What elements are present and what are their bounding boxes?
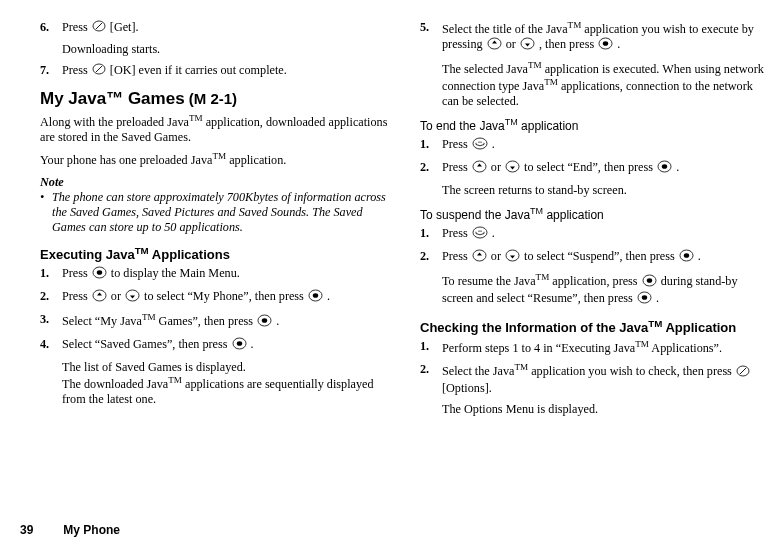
right-column: 5. Select the title of the JavaTM applic… xyxy=(420,20,770,423)
step-number: 1. xyxy=(420,137,442,154)
exec-step-5: 5. Select the title of the JavaTM applic… xyxy=(420,20,770,54)
center-key-icon xyxy=(637,291,652,308)
page-number: 39 xyxy=(20,523,60,537)
trademark: TM xyxy=(568,20,582,30)
suspend-step-1: 1. Press . xyxy=(420,226,770,243)
step-text: [OK] even if it carries out complete. xyxy=(110,63,287,77)
footer-section: My Phone xyxy=(63,523,120,537)
trademark: TM xyxy=(142,312,156,322)
svg-point-18 xyxy=(473,138,487,149)
svg-point-27 xyxy=(684,253,689,258)
svg-point-9 xyxy=(313,293,318,298)
svg-line-33 xyxy=(740,368,746,374)
step-number: 5. xyxy=(420,20,442,54)
trademark: TM xyxy=(648,318,662,329)
left-column: 6. Press [Get]. Downloading starts. 7. P… xyxy=(40,20,390,413)
step-number: 6. xyxy=(40,20,62,36)
trademark: TM xyxy=(536,272,550,282)
end-key-icon xyxy=(472,137,488,154)
step-subtext: To resume the JavaTM application, press … xyxy=(442,272,770,308)
up-key-icon xyxy=(487,37,502,54)
down-key-icon xyxy=(125,289,140,306)
center-key-icon xyxy=(308,289,323,306)
check-step-2: 2. Select the JavaTM application you wis… xyxy=(420,362,770,395)
note-heading: Note xyxy=(40,175,390,190)
trademark: TM xyxy=(135,245,149,256)
center-key-icon xyxy=(232,337,247,354)
softkey-right-icon xyxy=(92,63,106,79)
softkey-right-icon xyxy=(736,365,750,381)
intro-paragraph: Your phone has one preloaded JavaTM appl… xyxy=(40,151,390,168)
step-text: Press xyxy=(62,20,91,34)
subsection-title: To end the JavaTM application xyxy=(420,117,770,133)
svg-point-22 xyxy=(662,164,667,169)
step-number: 7. xyxy=(40,63,62,79)
end-key-icon xyxy=(472,226,488,243)
step-number: 1. xyxy=(420,226,442,243)
exec-step-2: 2. Press or to select “My Phone”, then p… xyxy=(40,289,390,306)
subsection-title: Executing JavaTM Applications xyxy=(40,245,390,262)
up-key-icon xyxy=(472,249,487,266)
trademark: ™ xyxy=(106,89,123,108)
step-text: Press xyxy=(62,63,91,77)
svg-point-17 xyxy=(603,41,608,46)
trademark: TM xyxy=(528,60,542,70)
exec-step-1: 1. Press to display the Main Menu. xyxy=(40,266,390,283)
end-step-2: 2. Press or to select “End”, then press … xyxy=(420,160,770,177)
section-title: My Java™ Games (M 2-1) xyxy=(40,89,390,109)
svg-point-31 xyxy=(642,295,647,300)
svg-point-13 xyxy=(236,341,241,346)
intro-paragraph: Along with the preloaded JavaTM applicat… xyxy=(40,113,390,145)
step-number: 2. xyxy=(420,362,442,395)
step-subtext: The screen returns to stand-by screen. xyxy=(442,183,770,198)
trademark: TM xyxy=(189,113,203,123)
trademark: TM xyxy=(212,151,226,161)
step-number: 2. xyxy=(40,289,62,306)
trademark: TM xyxy=(505,117,518,127)
step-number: 2. xyxy=(420,249,442,266)
trademark: TM xyxy=(168,375,182,385)
center-key-icon xyxy=(657,160,672,177)
check-step-1: 1. Perform steps 1 to 4 in “Executing Ja… xyxy=(420,339,770,356)
svg-line-1 xyxy=(96,23,102,29)
exec-step-4: 4. Select “Saved Games”, then press . xyxy=(40,337,390,354)
up-key-icon xyxy=(472,160,487,177)
softkey-right-icon xyxy=(92,20,106,36)
step-number: 3. xyxy=(40,312,62,331)
center-key-icon xyxy=(679,249,694,266)
note-body: • The phone can store approximately 700K… xyxy=(40,190,390,235)
svg-point-23 xyxy=(473,227,487,238)
trademark: TM xyxy=(635,339,649,349)
step-number: 2. xyxy=(420,160,442,177)
center-key-icon xyxy=(257,314,272,331)
step-6: 6. Press [Get]. xyxy=(40,20,390,36)
exec-step-3: 3. Select “My JavaTM Games”, then press … xyxy=(40,312,390,331)
end-step-1: 1. Press . xyxy=(420,137,770,154)
subsection-title: Checking the Information of the JavaTM A… xyxy=(420,318,770,335)
down-key-icon xyxy=(505,249,520,266)
bullet-icon: • xyxy=(40,190,52,235)
step-subtext: Downloading starts. xyxy=(62,42,390,57)
up-key-icon xyxy=(92,289,107,306)
subsection-title: To suspend the JavaTM application xyxy=(420,206,770,222)
trademark: TM xyxy=(514,362,528,372)
trademark: TM xyxy=(530,206,543,216)
step-subtext: The Options Menu is displayed. xyxy=(442,402,770,417)
center-key-icon xyxy=(598,37,613,54)
down-key-icon xyxy=(505,160,520,177)
step-subtext: The list of Saved Games is displayed. Th… xyxy=(62,360,390,407)
menu-reference: (M 2-1) xyxy=(185,90,238,107)
trademark: TM xyxy=(544,77,558,87)
step-number: 1. xyxy=(40,266,62,283)
svg-point-11 xyxy=(262,318,267,323)
page-footer: 39 My Phone xyxy=(20,523,120,537)
svg-point-29 xyxy=(646,278,651,283)
step-subtext: The selected JavaTM application is execu… xyxy=(442,60,770,109)
center-key-icon xyxy=(642,274,657,291)
svg-point-5 xyxy=(97,270,102,275)
step-7: 7. Press [OK] even if it carries out com… xyxy=(40,63,390,79)
down-key-icon xyxy=(520,37,535,54)
suspend-step-2: 2. Press or to select “Suspend”, then pr… xyxy=(420,249,770,266)
step-number: 1. xyxy=(420,339,442,356)
step-text: [Get]. xyxy=(110,20,139,34)
